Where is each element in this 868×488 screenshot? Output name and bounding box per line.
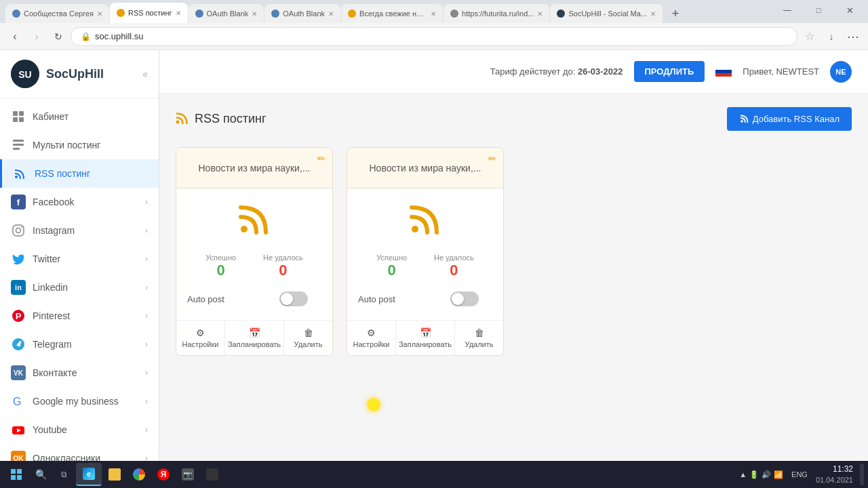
forward-button[interactable]: ›	[27, 27, 46, 46]
chevron-right-icon-odnoklassniki: ›	[145, 453, 148, 461]
taskbar-camera-app[interactable]: 📷	[176, 463, 199, 486]
sidebar-item-odnoklassniki[interactable]: OK Одноклассники ›	[0, 444, 159, 461]
browser-tab-1[interactable]: Сообщества Сергея ✕	[5, 4, 109, 23]
chevron-right-icon-vkontakte: ›	[145, 368, 148, 378]
card-2-failed-count: 0	[434, 262, 474, 279]
sidebar-item-linkedin[interactable]: in Linkedin ›	[0, 273, 159, 302]
taskbar-lang: ENG	[789, 470, 810, 479]
browser-tab-5[interactable]: Всегда свежие ново... ✕	[341, 4, 443, 23]
svg-rect-7	[13, 144, 24, 146]
card-1-success-label: Успешно	[205, 253, 236, 262]
calendar-icon-1: 📅	[249, 327, 260, 338]
svg-point-21	[241, 226, 248, 232]
sidebar-item-rss[interactable]: RSS постинг	[0, 159, 159, 188]
tab-close-1[interactable]: ✕	[97, 10, 102, 18]
browser-tab-4[interactable]: OAuth Blank ✕	[264, 4, 340, 23]
add-rss-button[interactable]: Добавить RSS Канал	[727, 107, 852, 131]
sidebar-item-google-business[interactable]: G Google my business ›	[0, 387, 159, 415]
app-header: Тариф действует до: 26-03-2022 ПРОДЛИТЬ …	[159, 50, 868, 94]
card-2-schedule-button[interactable]: 📅 Запланировать	[396, 321, 455, 355]
start-button[interactable]	[4, 462, 28, 487]
settings-menu-button[interactable]: ⋯	[844, 27, 863, 46]
card-2-autopost-toggle[interactable]	[450, 291, 479, 306]
tab-close-5[interactable]: ✕	[431, 10, 436, 18]
sidebar-item-label-facebook: Facebook	[33, 197, 145, 207]
sidebar-item-cabinet[interactable]: Кабинет	[0, 102, 159, 131]
browser-tab-3[interactable]: OAuth Blank ✕	[189, 4, 264, 23]
search-taskbar-button[interactable]: 🔍	[30, 464, 52, 485]
taskbar-files-app[interactable]	[103, 463, 126, 486]
sidebar-item-pinterest[interactable]: P Pinterest ›	[0, 302, 159, 330]
sidebar-collapse-button[interactable]: «	[142, 68, 148, 79]
card-2-autopost-label: Auto post	[358, 294, 395, 304]
card-2-delete-button[interactable]: 🗑 Удалить	[455, 321, 503, 355]
sidebar-item-label-pinterest: Pinterest	[33, 310, 145, 321]
language-flag	[715, 66, 732, 77]
sidebar-nav: Кабинет Мульти постинг RSS постинг	[0, 98, 159, 461]
show-desktop-button[interactable]	[860, 464, 864, 485]
card-1-schedule-button[interactable]: 📅 Запланировать	[225, 321, 284, 355]
sidebar-item-instagram[interactable]: Instagram ›	[0, 216, 159, 245]
tab-close-2[interactable]: ✕	[176, 9, 181, 17]
taskbar-edge-app[interactable]: e	[76, 463, 102, 486]
svg-point-11	[16, 228, 21, 233]
chevron-right-icon-youtube: ›	[145, 425, 148, 434]
chevron-right-icon-instagram: ›	[145, 226, 148, 235]
rss-feed-icon-2	[408, 202, 442, 243]
tab-close-3[interactable]: ✕	[252, 10, 257, 18]
tab-close-4[interactable]: ✕	[328, 10, 334, 18]
card-1-autopost-toggle[interactable]	[279, 291, 308, 306]
browser-tab-7[interactable]: SocUpHill - Social Ma... ✕	[550, 4, 663, 23]
card-1-settings-button[interactable]: ⚙ Настройки	[176, 321, 225, 355]
renew-button[interactable]: ПРОДЛИТЬ	[634, 61, 705, 82]
address-bar[interactable]: 🔒 soc.uphill.su	[71, 27, 797, 46]
reload-button[interactable]: ↻	[49, 27, 68, 46]
taskbar-system-icons: ▲ 🔋 🔊 📶	[739, 470, 783, 479]
sidebar-item-telegram[interactable]: Telegram ›	[0, 330, 159, 359]
svg-point-22	[412, 226, 418, 232]
close-button[interactable]: ✕	[834, 0, 865, 20]
sidebar-item-label-youtube: Youtube	[33, 424, 145, 435]
sidebar-item-youtube[interactable]: Youtube ›	[0, 415, 159, 444]
sidebar-item-facebook[interactable]: f Facebook ›	[0, 188, 159, 216]
sidebar: SU SocUpHill « Кабинет	[0, 50, 159, 461]
taskbar-yandex-app[interactable]: Я	[152, 463, 175, 486]
taskbar-app9[interactable]	[201, 463, 224, 486]
sidebar-item-label-vkontakte: Вконтакте	[33, 367, 145, 378]
card-2-edit-icon[interactable]: ✏	[488, 153, 496, 164]
browser-tab-6[interactable]: https://futurita.ru/ind... ✕	[443, 4, 549, 23]
page-content: RSS постинг Добавить RSS Канал Новости и…	[159, 94, 868, 461]
svg-rect-25	[11, 475, 16, 480]
rss-feed-icon-1	[237, 202, 271, 243]
back-button[interactable]: ‹	[5, 27, 24, 46]
card-1-delete-button[interactable]: 🗑 Удалить	[284, 321, 332, 355]
taskview-button[interactable]: ⧉	[53, 464, 75, 485]
maximize-button[interactable]: □	[803, 0, 834, 20]
sidebar-item-label-multipost: Мульти постинг	[33, 140, 148, 150]
bookmark-button[interactable]: ☆	[800, 27, 819, 46]
download-button[interactable]: ↓	[822, 27, 841, 46]
tab-close-7[interactable]: ✕	[650, 10, 656, 18]
cards-grid: Новости из мира науки,... ✏	[176, 147, 852, 356]
svg-rect-6	[13, 140, 24, 142]
tab-close-6[interactable]: ✕	[537, 10, 542, 18]
browser-tab-2[interactable]: RSS постинг ✕	[110, 3, 188, 23]
sidebar-item-label-telegram: Telegram	[33, 339, 145, 350]
svg-point-9	[15, 176, 18, 178]
card-2-success-label: Успешно	[376, 253, 407, 262]
sidebar-item-twitter[interactable]: Twitter ›	[0, 245, 159, 273]
chevron-right-icon-google-business: ›	[145, 396, 148, 406]
sidebar-item-vkontakte[interactable]: VK Вконтакте ›	[0, 359, 159, 387]
user-avatar[interactable]: NE	[830, 61, 852, 83]
card-1-edit-icon[interactable]: ✏	[317, 153, 326, 164]
svg-rect-26	[17, 475, 22, 480]
new-tab-button[interactable]: +	[666, 4, 685, 23]
card-2-settings-button[interactable]: ⚙ Настройки	[347, 321, 396, 355]
sidebar-item-multipost[interactable]: Мульти постинг	[0, 131, 159, 159]
card-1-autopost-label: Auto post	[187, 294, 224, 304]
svg-rect-2	[13, 111, 18, 116]
svg-text:G: G	[13, 396, 21, 407]
rss-card-2: Новости из мира науки,... ✏	[347, 147, 504, 356]
minimize-button[interactable]: —	[772, 0, 803, 20]
taskbar-chrome-app[interactable]	[127, 463, 151, 486]
